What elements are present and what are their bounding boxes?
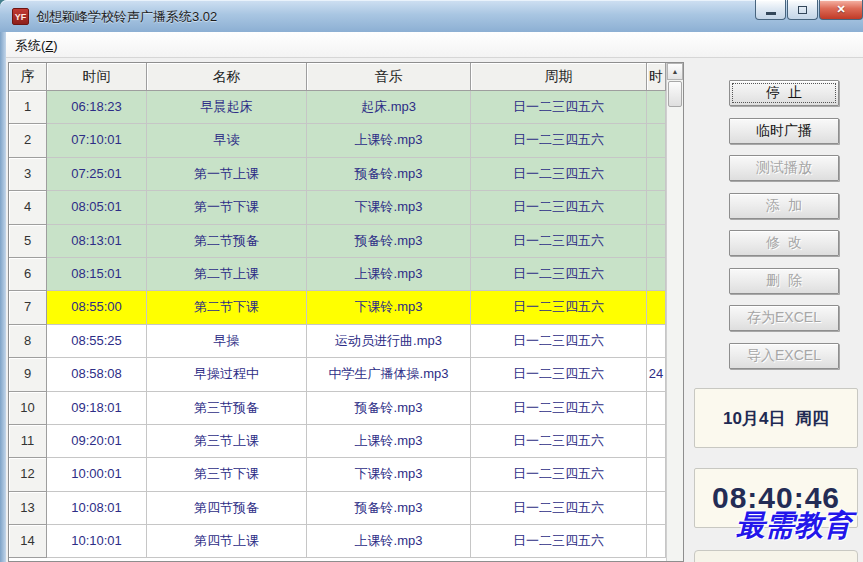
action-button-2[interactable]: 临时广播 <box>729 118 839 144</box>
row-number[interactable]: 7 <box>9 291 47 324</box>
cell-name: 早操过程中 <box>147 358 307 391</box>
minimize-button[interactable] <box>755 0 786 20</box>
row-number[interactable]: 11 <box>9 425 47 458</box>
cell-period: 日一二三四五六 <box>471 325 647 358</box>
app-icon: YF <box>12 8 29 25</box>
cell-time: 10:08:01 <box>47 492 147 525</box>
scroll-up-button[interactable]: ▲ <box>667 63 683 80</box>
cell-extra <box>647 191 666 224</box>
action-button-6[interactable]: 删 除 <box>729 268 839 294</box>
row-number[interactable]: 13 <box>9 492 47 525</box>
vertical-scrollbar[interactable]: ▲ <box>666 63 683 561</box>
action-button-3[interactable]: 测试播放 <box>729 155 839 181</box>
cell-name: 早读 <box>147 124 307 157</box>
cell-extra <box>647 325 666 358</box>
cell-name: 第三节预备 <box>147 392 307 425</box>
action-button-8[interactable]: 导入EXCEL <box>729 343 839 369</box>
row-number[interactable]: 9 <box>9 358 47 391</box>
row-number[interactable]: 5 <box>9 225 47 258</box>
column-header-5: 周期 <box>471 63 647 91</box>
close-button[interactable]: ✕ <box>819 0 863 20</box>
row-number[interactable]: 8 <box>9 325 47 358</box>
cell-time: 08:15:01 <box>47 258 147 291</box>
cell-music: 中学生广播体操.mp3 <box>307 358 471 391</box>
menu-bar: 系统(Z) <box>6 32 863 58</box>
table-row[interactable]: 1310:08:01第四节预备预备铃.mp3日一二三四五六 <box>9 492 666 525</box>
cell-name: 第三节上课 <box>147 425 307 458</box>
watermark-text: 最需教育 <box>736 506 852 546</box>
action-button-4[interactable]: 添 加 <box>729 193 839 219</box>
action-button-5[interactable]: 修 改 <box>729 230 839 256</box>
table-row[interactable]: 106:18:23早晨起床起床.mp3日一二三四五六 <box>9 91 666 124</box>
table-row[interactable]: 1109:20:01第三节上课上课铃.mp3日一二三四五六 <box>9 425 666 458</box>
cell-extra <box>647 525 666 558</box>
window-title: 创想颖峰学校铃声广播系统3.02 <box>36 8 217 26</box>
cell-time: 09:20:01 <box>47 425 147 458</box>
table-row[interactable]: 808:55:25早操运动员进行曲.mp3日一二三四五六 <box>9 325 666 358</box>
cell-name: 早操 <box>147 325 307 358</box>
cell-name: 第一节下课 <box>147 191 307 224</box>
table-row[interactable]: 408:05:01第一节下课下课铃.mp3日一二三四五六 <box>9 191 666 224</box>
cell-music: 预备铃.mp3 <box>307 492 471 525</box>
cell-name: 第二节上课 <box>147 258 307 291</box>
action-button-1[interactable]: 停 止 <box>729 80 839 106</box>
cell-music: 上课铃.mp3 <box>307 425 471 458</box>
row-number[interactable]: 3 <box>9 158 47 191</box>
table-row[interactable]: 708:55:00第二节下课下课铃.mp3日一二三四五六 <box>9 291 666 324</box>
cell-music: 上课铃.mp3 <box>307 525 471 558</box>
schedule-grid: 序时间名称音乐周期时 106:18:23早晨起床起床.mp3日一二三四五六207… <box>8 62 684 562</box>
cell-extra <box>647 492 666 525</box>
table-row[interactable]: 1410:10:01第四节上课上课铃.mp3日一二三四五六 <box>9 525 666 558</box>
cell-time: 07:25:01 <box>47 158 147 191</box>
cell-name: 第二节下课 <box>147 291 307 324</box>
row-number[interactable]: 6 <box>9 258 47 291</box>
column-header-4: 音乐 <box>307 63 471 91</box>
cell-time: 08:55:25 <box>47 325 147 358</box>
table-row[interactable]: 207:10:01早读上课铃.mp3日一二三四五六 <box>9 124 666 157</box>
column-header-3: 名称 <box>147 63 307 91</box>
table-row[interactable]: 908:58:08早操过程中中学生广播体操.mp3日一二三四五六24 <box>9 358 666 391</box>
table-row[interactable]: 1210:00:01第三节下课下课铃.mp3日一二三四五六 <box>9 458 666 491</box>
table-row[interactable]: 1009:18:01第三节预备预备铃.mp3日一二三四五六 <box>9 392 666 425</box>
cell-music: 上课铃.mp3 <box>307 124 471 157</box>
maximize-icon <box>798 6 807 14</box>
cell-time: 08:58:08 <box>47 358 147 391</box>
scroll-up-icon: ▲ <box>672 68 679 75</box>
cell-extra <box>647 158 666 191</box>
menu-item-system[interactable]: 系统(Z) <box>6 32 67 55</box>
cell-extra <box>647 291 666 324</box>
action-button-7[interactable]: 存为EXCEL <box>729 305 839 331</box>
cell-name: 第一节上课 <box>147 158 307 191</box>
scrollbar-thumb[interactable] <box>668 81 682 107</box>
row-number[interactable]: 14 <box>9 525 47 558</box>
cell-extra <box>647 458 666 491</box>
maximize-button[interactable] <box>787 0 818 20</box>
row-number[interactable]: 1 <box>9 91 47 124</box>
cell-period: 日一二三四五六 <box>471 458 647 491</box>
cell-period: 日一二三四五六 <box>471 158 647 191</box>
row-number[interactable]: 12 <box>9 458 47 491</box>
cell-music: 下课铃.mp3 <box>307 191 471 224</box>
bottom-panel-cropped <box>694 550 858 562</box>
row-number[interactable]: 2 <box>9 124 47 157</box>
button-panel: 停 止临时广播测试播放添 加修 改删 除存为EXCEL导入EXCEL <box>729 80 839 380</box>
row-number[interactable]: 4 <box>9 191 47 224</box>
cell-period: 日一二三四五六 <box>471 258 647 291</box>
cell-music: 下课铃.mp3 <box>307 291 471 324</box>
cell-time: 10:00:01 <box>47 458 147 491</box>
title-bar: YF 创想颖峰学校铃声广播系统3.02 ✕ <box>0 0 863 33</box>
table-row[interactable]: 608:15:01第二节上课上课铃.mp3日一二三四五六 <box>9 258 666 291</box>
cell-period: 日一二三四五六 <box>471 425 647 458</box>
column-header-1: 序 <box>9 63 47 91</box>
table-row[interactable]: 307:25:01第一节上课预备铃.mp3日一二三四五六 <box>9 158 666 191</box>
cell-period: 日一二三四五六 <box>471 91 647 124</box>
table-row[interactable]: 508:13:01第二节预备预备铃.mp3日一二三四五六 <box>9 225 666 258</box>
window-left-border <box>0 32 6 562</box>
cell-period: 日一二三四五六 <box>471 124 647 157</box>
cell-time: 08:05:01 <box>47 191 147 224</box>
cell-name: 第四节预备 <box>147 492 307 525</box>
row-number[interactable]: 10 <box>9 392 47 425</box>
cell-extra <box>647 392 666 425</box>
cell-music: 下课铃.mp3 <box>307 458 471 491</box>
cell-name: 第二节预备 <box>147 225 307 258</box>
